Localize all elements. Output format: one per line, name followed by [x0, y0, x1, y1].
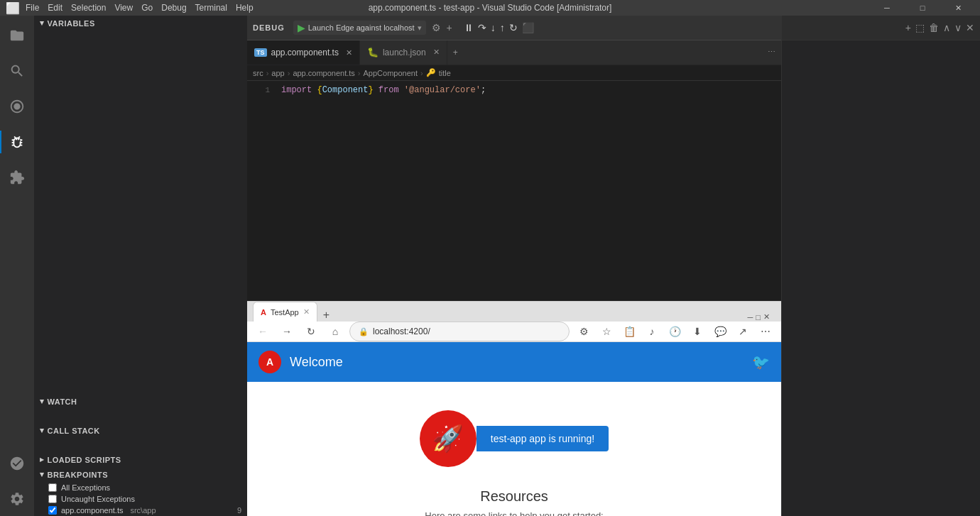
browser-history-button[interactable]: 🕐: [665, 322, 685, 341]
code-editor[interactable]: 1 import { Component } from '@angular/co…: [247, 81, 781, 301]
window-title: app.component.ts - test-app - Visual Stu…: [369, 3, 612, 13]
debug-settings-icon[interactable]: ⚙: [432, 22, 441, 33]
watch-section-header[interactable]: ▾ WATCH: [34, 394, 247, 409]
menu-edit[interactable]: Edit: [48, 3, 62, 13]
browser-share-button[interactable]: ↗: [733, 322, 753, 341]
tab-add-button[interactable]: +: [447, 40, 464, 65]
tab-ts-icon: TS: [254, 48, 267, 57]
breakpoint-all-exceptions-checkbox[interactable]: [48, 483, 57, 492]
browser-forward-button[interactable]: →: [277, 322, 297, 341]
browser-window-close[interactable]: ✕: [763, 312, 770, 322]
breadcrumb-sep-4: ›: [420, 69, 423, 77]
close-button[interactable]: ✕: [942, 0, 974, 16]
browser-reload-button[interactable]: ↻: [301, 322, 321, 341]
right-panel: + ⬚ 🗑 ∧ ∨ ✕: [781, 16, 980, 516]
breadcrumb-src[interactable]: src: [253, 69, 263, 77]
menu-debug[interactable]: Debug: [161, 3, 186, 13]
browser-window-maximize[interactable]: □: [756, 313, 761, 322]
breakpoint-uncaught-exceptions[interactable]: Uncaught Exceptions: [34, 493, 247, 505]
browser-back-button[interactable]: ←: [253, 322, 273, 341]
rp-up-btn[interactable]: ∧: [943, 22, 950, 33]
debug-config[interactable]: ▶ Launch Edge against localhost ▾: [293, 21, 426, 35]
menu-help[interactable]: Help: [236, 3, 254, 13]
breadcrumb-file[interactable]: app.component.ts: [293, 69, 354, 77]
rocket-icon: 🚀: [420, 410, 477, 467]
browser-tab-add-button[interactable]: +: [317, 309, 335, 322]
browser-collections-button[interactable]: 📋: [619, 322, 639, 341]
browser-read-aloud-button[interactable]: ♪: [642, 322, 662, 341]
resources-section: Resources Here are some links to help yo…: [247, 481, 781, 516]
browser-download-button[interactable]: ⬇: [687, 322, 707, 341]
loaded-scripts-section-header[interactable]: ▸ LOADED SCRIPTS: [34, 452, 247, 467]
breakpoint-all-exceptions[interactable]: All Exceptions: [34, 482, 247, 493]
browser-more-button[interactable]: ⋯: [756, 322, 775, 341]
menu-file[interactable]: File: [26, 3, 39, 13]
editor-area: DEBUG ▶ Launch Edge against localhost ▾ …: [247, 16, 781, 516]
call-stack-section-header[interactable]: ▾ CALL STACK: [34, 423, 247, 438]
breadcrumb-app[interactable]: app: [271, 69, 284, 77]
debug-add-icon[interactable]: +: [447, 22, 452, 33]
debug-step-over-btn[interactable]: ↷: [478, 22, 486, 33]
browser-tab-close-button[interactable]: ✕: [303, 307, 310, 317]
menu-go[interactable]: Go: [141, 3, 153, 13]
code-path-string: '@angular/core': [404, 85, 481, 95]
minimize-button[interactable]: ─: [871, 0, 903, 16]
activity-icon-search[interactable]: [0, 54, 34, 88]
browser-tab-testapp[interactable]: A TestApp ✕: [253, 302, 317, 322]
browser-devtools-button[interactable]: ⚙: [574, 322, 594, 341]
line-number-1: 1: [253, 86, 270, 94]
app-icon: ⬜: [6, 1, 20, 15]
debug-pause-btn[interactable]: ⏸: [464, 22, 474, 33]
tab-launch-json-close[interactable]: ✕: [433, 48, 440, 57]
rp-layout-btn[interactable]: ⬚: [915, 22, 925, 33]
rocket-container: 🚀 test-app app is running!: [420, 410, 609, 467]
breakpoint-app-component-label: app.component.ts: [61, 506, 123, 515]
debug-controls: ⏸ ↷ ↓ ↑ ↻ ⬛: [464, 22, 534, 33]
debug-step-out-btn[interactable]: ↑: [500, 22, 505, 33]
menu-view[interactable]: View: [114, 3, 133, 13]
browser-feedback-button[interactable]: 💬: [710, 322, 730, 341]
activity-icon-debug[interactable]: [0, 125, 34, 159]
twitter-icon[interactable]: 🐦: [752, 353, 770, 370]
debug-play-icon: ▶: [298, 22, 305, 33]
breadcrumb-title[interactable]: title: [439, 69, 451, 77]
activity-icon-explorer[interactable]: [0, 18, 34, 53]
browser-window-minimize[interactable]: ─: [748, 313, 753, 322]
activity-icon-remote[interactable]: [0, 446, 34, 481]
rp-close-btn[interactable]: ✕: [966, 22, 974, 33]
code-and-browser-stack: 1 import { Component } from '@angular/co…: [247, 81, 781, 516]
maximize-button[interactable]: □: [906, 0, 939, 16]
debug-step-into-btn[interactable]: ↓: [491, 22, 496, 33]
rp-down-btn[interactable]: ∨: [954, 22, 962, 33]
activity-bar: [0, 16, 34, 516]
variables-section-header[interactable]: ▾ VARIABLES: [34, 16, 247, 31]
browser-star-button[interactable]: ☆: [597, 322, 616, 341]
tab-app-component-ts-close[interactable]: ✕: [346, 48, 352, 57]
tab-more-button[interactable]: ⋯: [762, 40, 781, 65]
tab-app-component-ts[interactable]: TS app.component.ts ✕: [247, 40, 360, 65]
browser-nav: ← → ↻ ⌂ 🔒 localhost:4200/ ⚙ ☆ 📋 ♪: [247, 322, 781, 342]
debug-stop-btn[interactable]: ⬛: [522, 22, 534, 33]
address-bar[interactable]: 🔒 localhost:4200/: [349, 322, 570, 341]
code-import-keyword: import: [281, 85, 312, 95]
activity-icon-settings[interactable]: [0, 482, 34, 516]
breakpoint-uncaught-exceptions-checkbox[interactable]: [48, 495, 57, 503]
tab-app-component-ts-label: app.component.ts: [271, 48, 339, 57]
rp-delete-btn[interactable]: 🗑: [929, 22, 939, 33]
activity-icon-scm[interactable]: [0, 89, 34, 123]
menu-selection[interactable]: Selection: [71, 3, 106, 13]
breakpoint-app-component-checkbox[interactable]: [48, 506, 57, 515]
activity-icon-extensions[interactable]: [0, 160, 34, 194]
code-from-keyword: from: [379, 85, 399, 95]
browser-home-button[interactable]: ⌂: [325, 322, 345, 341]
tab-launch-json[interactable]: 🐛 launch.json ✕: [360, 40, 447, 65]
breakpoints-section-header[interactable]: ▾ BREAKPOINTS: [34, 467, 247, 482]
angular-app-title: Welcome: [290, 355, 744, 370]
menu-terminal[interactable]: Terminal: [195, 3, 227, 13]
rp-add-btn[interactable]: +: [905, 22, 911, 33]
breakpoint-app-component[interactable]: app.component.ts src\app 9: [34, 505, 247, 516]
breadcrumb-component[interactable]: AppComponent: [364, 69, 418, 77]
browser-tab-label: TestApp: [271, 308, 299, 317]
debug-restart-btn[interactable]: ↻: [509, 22, 518, 33]
tab-launch-json-label: launch.json: [383, 48, 426, 57]
